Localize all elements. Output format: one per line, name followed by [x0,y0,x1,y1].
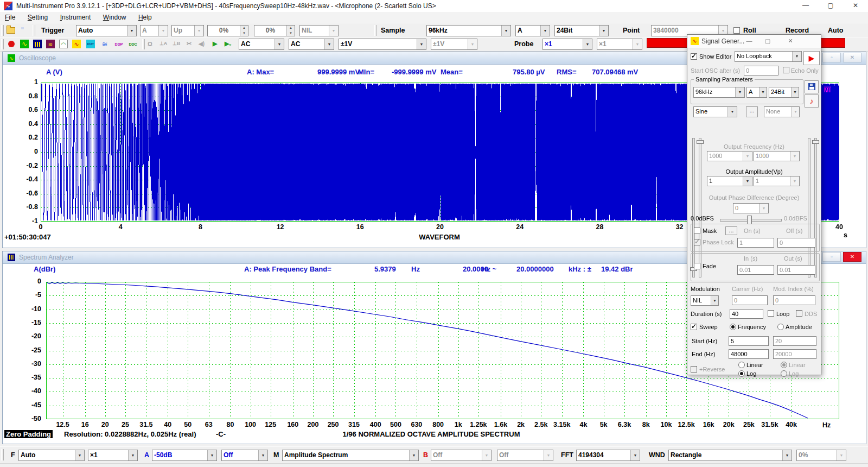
b-offset-select[interactable]: Off▼ [497,450,553,461]
close-icon[interactable]: ✕ [783,36,798,46]
a-offset-select[interactable]: Off▼ [221,450,268,461]
generator-channel-select[interactable]: A▼ [746,87,767,98]
trigger-delay-spinner[interactable]: 0%▲▼ [254,25,295,36]
wave-file-select[interactable]: None▼ [764,106,800,117]
reverse-checkbox[interactable] [691,366,697,373]
dds-checkbox[interactable] [796,310,802,317]
coupling-a-select[interactable]: AC▼ [239,39,284,50]
show-editor-checkbox[interactable] [691,53,697,60]
start-hz-b-input[interactable]: 20 [773,336,816,346]
extract-data-icon[interactable]: ✂ [187,40,192,47]
frequency-a-select[interactable]: 1000▼ [707,151,752,161]
trigger-source-select[interactable]: A▼ [140,25,168,36]
maximize-button[interactable]: ▢ [818,0,843,12]
amplitude-linear-radio[interactable] [781,362,787,368]
phase-lock-checkbox[interactable] [694,239,700,245]
menu-help[interactable]: Help [133,12,157,23]
save-signal-button[interactable] [805,80,819,93]
data-logger-icon[interactable]: ≋ [46,39,55,49]
play-note-button[interactable]: ♪ [805,94,819,108]
probe-a-select[interactable]: ×1▼ [542,39,592,50]
probe-b-select[interactable]: ×1▼ [597,39,642,50]
trigger-level-spinner[interactable]: 0%▲▼ [207,25,248,36]
amplitude-b-select[interactable]: 1▼ [754,176,800,186]
run-output-icon[interactable]: ▶o [225,40,231,47]
generator-bits-select[interactable]: 24Bit▼ [769,87,799,98]
menu-file[interactable]: File [0,12,20,23]
close-button[interactable]: ✕ [843,0,868,12]
calibration-icon[interactable]: Ω [148,41,152,47]
spectrum-restore-button[interactable]: ▫ [822,252,841,262]
spinner-arrows-icon[interactable]: ▲▼ [240,26,248,36]
minimize-icon[interactable]: — [742,36,757,46]
sample-rate-select[interactable]: 96kHz▼ [426,25,511,36]
browse-wave-button[interactable]: ... [746,106,758,117]
generator-start-button[interactable]: ▶ [803,51,820,65]
fade-out-input[interactable]: 0.01 [777,265,815,275]
spectrum-analyzer-icon[interactable] [33,39,42,49]
multimeter-icon[interactable]: ◠ [59,39,68,49]
carrier-input[interactable]: 0 [732,295,768,305]
end-hz-b-input[interactable]: 20000 [773,349,816,359]
toolbar-grip[interactable] [142,39,145,49]
ddc-editor-icon[interactable]: DDC [128,39,138,49]
echo-only-checkbox[interactable] [783,67,789,73]
roll-checkbox[interactable] [733,27,740,34]
sweep-amplitude-radio[interactable] [777,324,784,330]
trigger-slope-select[interactable]: Up▼ [171,25,204,36]
oscilloscope-close-button[interactable]: ✕ [843,53,861,62]
mask-checkbox[interactable] [694,228,700,234]
modulation-select[interactable]: NIL▼ [691,295,719,306]
toolbar-grip[interactable] [1,25,4,36]
toolbar-grip[interactable] [1,39,4,49]
fade-in-input[interactable]: 0.01 [737,265,774,275]
trigger-mode-select[interactable]: Auto▼ [76,25,137,36]
sweep-log-radio[interactable] [738,370,745,377]
spectrum-close-button[interactable]: ✕ [843,252,861,262]
window-function-select[interactable]: Rectangle▼ [668,450,792,461]
oscilloscope-restore-button[interactable]: ▫ [822,53,841,62]
zoom-select[interactable]: ×1▼ [88,450,138,461]
menu-window[interactable]: Window [98,12,131,23]
amplitude-log-radio[interactable] [781,370,787,377]
sweep-checkbox[interactable] [691,324,697,330]
marker-a-icon[interactable]: ⊥A [159,41,167,46]
loop-checkbox[interactable] [768,310,774,317]
toolbar-grip[interactable] [374,25,377,36]
coupling-b-select[interactable]: AC▼ [289,39,334,50]
display-mode-select[interactable]: Amplitude Spectrum▼ [282,450,419,461]
mask-browse-button[interactable]: ... [725,226,737,235]
device-test-plan-icon[interactable]: DUT [86,39,95,49]
off-input[interactable]: 0 [777,238,815,248]
mod-index-input[interactable]: 0 [773,295,815,305]
sample-channel-select[interactable]: A▼ [515,25,550,36]
phase-select[interactable]: 0▼ [733,203,769,213]
b-scale-select[interactable]: Off▼ [431,450,492,461]
start-osc-input[interactable]: 0 [744,66,778,75]
record-icon[interactable] [7,39,16,49]
duration-input[interactable]: 40 [730,309,763,319]
minimize-button[interactable]: — [793,0,818,12]
oscilloscope-icon[interactable]: ∿ [20,39,29,49]
range-b-select[interactable]: ±1V▼ [431,39,477,50]
dbfs-slider-handle[interactable] [747,216,752,224]
play-sound-icon[interactable]: ◀) [199,41,205,47]
start-hz-input[interactable]: 5 [729,336,769,346]
frequency-slider-b-handle[interactable] [812,140,819,144]
on-input[interactable]: 1 [737,238,774,248]
menu-setting[interactable]: Setting [23,12,53,23]
menu-instrument[interactable]: Instrument [55,12,96,23]
sweep-frequency-radio[interactable] [730,324,736,330]
toolbar-grip[interactable] [33,25,35,36]
signal-generator-icon[interactable]: ∿ [72,39,81,49]
freq-range-select[interactable]: Auto▼ [18,450,85,461]
ddp-viewer-icon[interactable]: DDP [114,39,124,49]
range-a-select[interactable]: ±1V▼ [339,39,426,50]
frequency-b-select[interactable]: 1000▼ [754,151,800,161]
spinner-arrows-icon[interactable]: ▲▼ [286,26,295,36]
trigger-filter-select[interactable]: NIL▼ [299,25,339,36]
sweep-linear-radio[interactable] [738,362,745,368]
waveform-select[interactable]: Sine▼ [693,106,737,117]
derived-data-curves-icon[interactable]: ≋ [100,39,110,49]
fade-checkbox[interactable] [694,263,700,269]
